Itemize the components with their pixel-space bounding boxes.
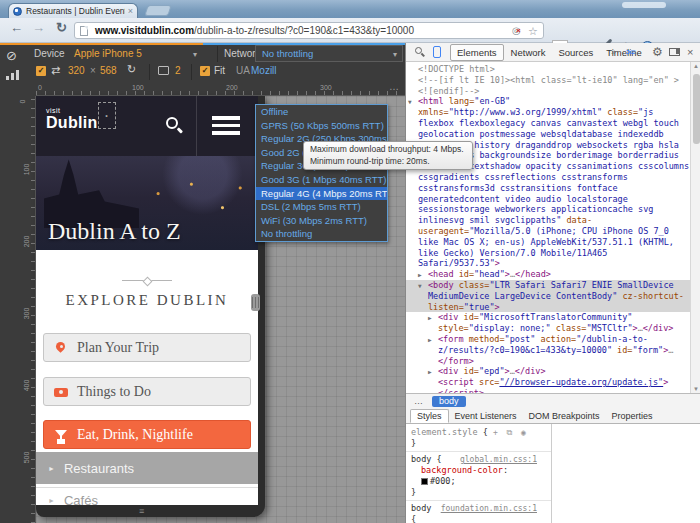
explore-button[interactable]: Plan Your Trip xyxy=(43,333,251,362)
window-controls[interactable] xyxy=(622,2,666,8)
device-pixel-ratio-value[interactable]: 2 xyxy=(175,65,181,76)
browser-toolbar: ← → ↻ www.visitdublin.com/dublin-a-to-z/… xyxy=(0,18,700,43)
new-tab-button[interactable] xyxy=(144,5,172,16)
width-field[interactable]: 320 xyxy=(68,65,85,76)
ornament-divider xyxy=(122,280,172,281)
expand-arrow-icon[interactable]: ▼ xyxy=(418,281,422,292)
expand-arrow-icon[interactable]: ▼ xyxy=(408,97,412,108)
address-bar[interactable]: www.visitdublin.com/dublin-a-to-z/result… xyxy=(74,22,544,39)
network-throttling-dropdown: OfflineGPRS (50 Kbps 500ms RTT)Regular 2… xyxy=(255,104,388,242)
stylesheet-link[interactable]: foundation.min.css:1 xyxy=(441,503,537,514)
dom-node-line[interactable]: ▶<head id="head">…</head> xyxy=(406,269,691,280)
css-property-value[interactable]: #000; xyxy=(430,476,456,486)
ua-value[interactable]: Mozill xyxy=(251,65,277,76)
tab-title: Restaurants | Dublin Event xyxy=(26,6,125,16)
dom-node-line[interactable]: <!DOCTYPE html> xyxy=(406,64,691,75)
disable-emulation-icon[interactable]: ⊘ xyxy=(6,48,17,63)
ruler-label: 0 xyxy=(19,100,26,104)
throttling-option[interactable]: No throttling xyxy=(256,227,387,241)
sidebar-tab[interactable]: Properties xyxy=(606,410,659,422)
browser-tab[interactable]: Restaurants | Dublin Event × xyxy=(8,3,138,18)
device-mode-icon[interactable] xyxy=(433,46,441,58)
throttling-option[interactable]: Offline xyxy=(256,105,387,119)
inspect-element-icon[interactable] xyxy=(415,47,422,54)
color-swatch[interactable] xyxy=(421,478,428,485)
dom-node-line[interactable]: ▼<body class="LTR Safari Safari7 ENIE Sm… xyxy=(406,280,691,312)
dom-node-line[interactable]: <script src="//browser-update.org/update… xyxy=(406,377,691,393)
ua-label: UA xyxy=(236,65,250,76)
category-row[interactable]: ► Restaurants xyxy=(36,452,258,484)
category-row[interactable]: ► Cafés xyxy=(36,487,258,505)
row-arrow-icon: ► xyxy=(48,465,55,472)
ruler-label: 100 xyxy=(23,164,30,176)
rule-selector[interactable]: body xyxy=(411,503,431,513)
explore-button[interactable]: Eat, Drink, Nightlife xyxy=(43,420,251,449)
button-icon xyxy=(54,341,68,355)
expand-arrow-icon[interactable]: ▶ xyxy=(428,313,432,324)
rule-separator xyxy=(406,451,551,452)
ruler-label: 300 xyxy=(23,308,30,320)
dom-node-line[interactable]: ▼<html lang="en-GB" xmlns="http://www.w3… xyxy=(406,96,691,269)
element-style-selector[interactable]: element.style xyxy=(411,427,478,437)
throttling-option[interactable]: Regular 4G (4 Mbps 20ms RTT) xyxy=(256,187,387,201)
network-throttle-icon[interactable] xyxy=(6,70,20,80)
throttling-option[interactable]: WiFi (30 Mbps 2ms RTT) xyxy=(256,214,387,228)
devtools-settings-icon[interactable]: ⚙ xyxy=(652,45,663,59)
breadcrumb-node[interactable]: body xyxy=(432,396,466,407)
sidebar-tabs: StylesEvent ListenersDOM BreakpointsProp… xyxy=(406,408,700,424)
horizontal-ruler: 0100200300 xyxy=(36,84,405,96)
dom-node-line[interactable]: <!--[if lt IE 10]><html class="lt-ie10" … xyxy=(406,75,691,97)
device-select[interactable]: Apple iPhone 5 xyxy=(74,48,142,59)
console-drawer-icon[interactable]: >≡ xyxy=(626,47,635,57)
ruler-label: 500 xyxy=(23,452,30,464)
visit-dublin-logo[interactable]: visitDublin˚ xyxy=(46,107,116,131)
forward-button[interactable]: → xyxy=(32,20,45,35)
content-blocked-icon[interactable]: ◎× xyxy=(512,25,521,36)
height-field[interactable]: 568 xyxy=(100,65,117,76)
devtools-tab[interactable]: Elements xyxy=(450,44,504,61)
devtools-close-icon[interactable]: × xyxy=(687,46,693,58)
swap-dimensions-icon[interactable]: ↻ xyxy=(127,63,136,76)
network-throttling-select[interactable]: No throttling ▾ xyxy=(255,45,403,62)
style-section-icons[interactable]: + ⧉ ◉ xyxy=(493,428,528,437)
styles-rules: element.style { + ⧉ ◉ } body {global.min… xyxy=(406,424,552,523)
toolbar-overflow-icon[interactable]: … xyxy=(389,81,400,92)
devtools-tab[interactable]: Sources xyxy=(552,45,599,60)
throttling-option[interactable]: DSL (2 Mbps 5ms RTT) xyxy=(256,200,387,214)
back-button[interactable]: ← xyxy=(10,20,23,35)
device-accent-bar xyxy=(0,43,203,45)
home-button-icon[interactable]: ≡ xyxy=(139,506,145,516)
more-tabs-icon[interactable]: » xyxy=(611,47,616,57)
url-text[interactable]: www.visitdublin.com/dublin-a-to-z/result… xyxy=(95,25,414,36)
tab-close-icon[interactable]: × xyxy=(128,6,133,16)
dimensions-checkbox[interactable]: ✓ xyxy=(36,66,46,76)
dom-node-line[interactable]: ▶<form method="post" action="/dublin-a-t… xyxy=(406,334,691,366)
explore-button[interactable]: Things to Do xyxy=(43,377,251,406)
reload-button[interactable]: ↻ xyxy=(56,20,67,35)
breadcrumb-ellipsis[interactable]: … xyxy=(414,396,423,406)
fit-checkbox[interactable]: ✓ xyxy=(200,66,210,76)
elements-scrollbar[interactable]: ▲ ▼ xyxy=(690,62,700,393)
devtools-tab[interactable]: Network xyxy=(505,45,552,60)
site-favicon xyxy=(13,7,22,16)
rotate-icon[interactable]: ⇄ xyxy=(51,64,60,77)
throttling-option[interactable]: Good 3G (1 Mbps 40ms RTT) xyxy=(256,173,387,187)
dom-node-line[interactable]: ▶<div id="MicrosoftTranslatorCommunity" … xyxy=(406,312,691,334)
sidebar-tab[interactable]: Event Listeners xyxy=(449,410,523,422)
device-chevron-icon[interactable]: ▾ xyxy=(193,50,197,59)
rule-selector[interactable]: body xyxy=(411,454,431,464)
search-icon[interactable] xyxy=(166,117,178,129)
dom-node-line[interactable]: ▶<div id="epd">…</div> xyxy=(406,366,691,377)
sidebar-tab[interactable]: Styles xyxy=(410,409,449,423)
sidebar-tab[interactable]: DOM Breakpoints xyxy=(523,410,606,422)
css-property-name[interactable]: background-color xyxy=(421,465,503,475)
hero-image: Dublin A to Z xyxy=(36,156,258,250)
expand-arrow-icon[interactable]: ▶ xyxy=(428,335,432,346)
devtools-tab[interactable]: Timeline xyxy=(600,45,648,60)
bookmark-star-icon[interactable]: ☆ xyxy=(528,25,538,38)
hamburger-menu-icon[interactable] xyxy=(212,116,240,139)
throttling-option[interactable]: GPRS (50 Kbps 500ms RTT) xyxy=(256,119,387,133)
dock-side-icon[interactable] xyxy=(669,48,680,56)
device-resize-handle[interactable] xyxy=(251,294,260,311)
stylesheet-link[interactable]: global.min.css:1 xyxy=(460,454,537,465)
